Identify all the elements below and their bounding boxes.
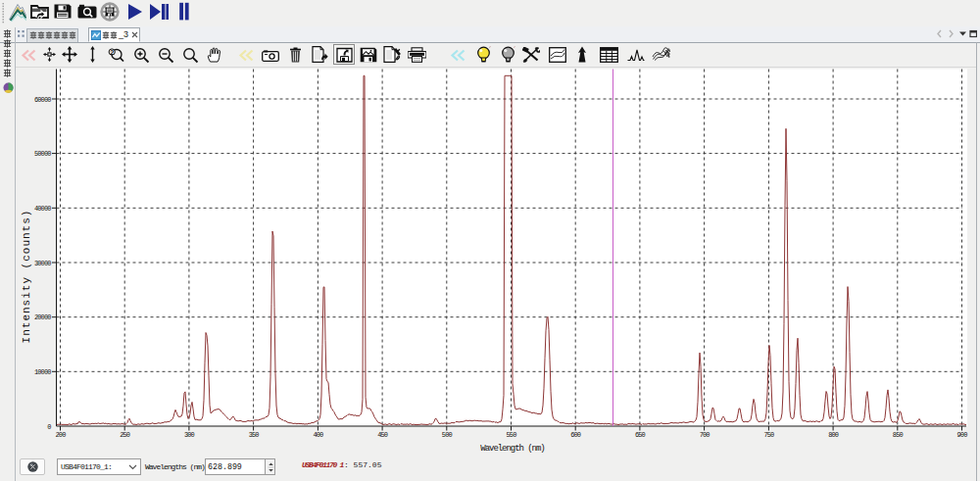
svg-text:200: 200 bbox=[56, 431, 67, 439]
svg-text:Intensity (counts): Intensity (counts) bbox=[21, 210, 32, 344]
svg-text:0: 0 bbox=[47, 423, 51, 431]
svg-text:300: 300 bbox=[184, 431, 195, 439]
svg-text:600: 600 bbox=[570, 431, 581, 439]
svg-text:60000: 60000 bbox=[34, 96, 51, 104]
svg-text:50000: 50000 bbox=[34, 150, 51, 158]
svg-text:700: 700 bbox=[700, 431, 710, 439]
svg-text:250: 250 bbox=[120, 431, 130, 439]
svg-text:500: 500 bbox=[442, 431, 453, 439]
svg-text:750: 750 bbox=[763, 431, 774, 439]
svg-text:10000: 10000 bbox=[34, 368, 51, 376]
svg-text:40000: 40000 bbox=[34, 205, 51, 213]
svg-text:350: 350 bbox=[249, 431, 260, 439]
svg-text:400: 400 bbox=[313, 431, 323, 439]
svg-text:800: 800 bbox=[828, 431, 839, 439]
svg-text:650: 650 bbox=[635, 431, 646, 439]
svg-text:450: 450 bbox=[377, 431, 388, 439]
svg-text:550: 550 bbox=[507, 431, 517, 439]
svg-text:900: 900 bbox=[957, 431, 968, 439]
svg-text:30000: 30000 bbox=[34, 260, 51, 267]
svg-text:850: 850 bbox=[893, 431, 904, 439]
svg-text:20000: 20000 bbox=[34, 313, 51, 321]
svg-text:Wavelength (nm): Wavelength (nm) bbox=[480, 444, 544, 454]
svg-text:2: 2 bbox=[110, 48, 114, 57]
